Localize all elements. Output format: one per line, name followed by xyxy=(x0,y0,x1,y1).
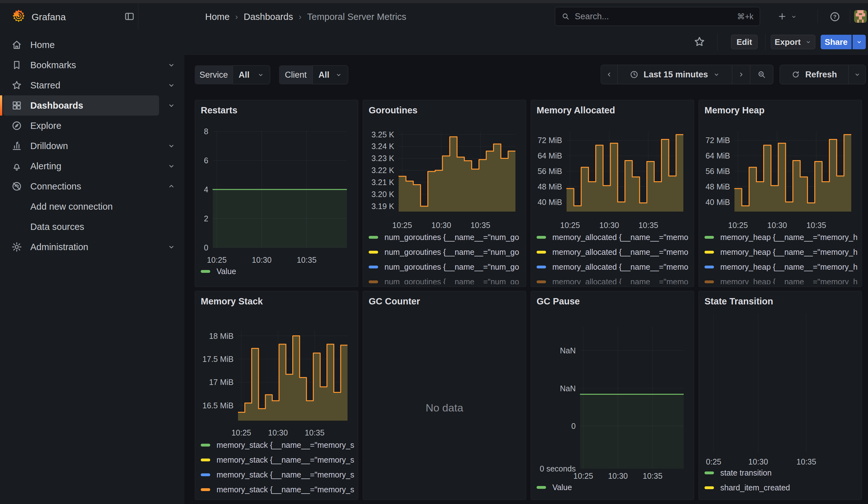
sidebar-item-alerting[interactable]: Alerting xyxy=(0,156,184,176)
legend-swatch xyxy=(369,236,378,239)
time-forward-button[interactable] xyxy=(732,65,750,84)
time-range-label: Last 15 minutes xyxy=(643,70,708,80)
svg-text:56 MiB: 56 MiB xyxy=(538,167,562,176)
svg-text:10:35: 10:35 xyxy=(639,221,659,229)
legend-item[interactable]: memory_heap {__name__="memory_h xyxy=(701,245,860,260)
sidebar-item-dashboards[interactable]: Dashboards xyxy=(0,95,184,116)
chevron-down-icon[interactable] xyxy=(167,61,175,69)
legend-label: state transition xyxy=(720,468,772,477)
legend-item[interactable]: shard_item_created xyxy=(701,480,860,495)
legend-label: num_goroutines {__name__="num_go xyxy=(384,277,519,284)
svg-text:10:25: 10:25 xyxy=(392,221,412,229)
sidebar-item-data-sources[interactable]: Data sources xyxy=(0,217,184,237)
time-range-picker[interactable]: Last 15 minutes xyxy=(617,65,732,84)
sidebar-toggle-icon[interactable] xyxy=(124,11,135,22)
legend-item[interactable]: num_goroutines {__name__="num_go xyxy=(365,260,524,275)
legend-label: Value xyxy=(217,267,236,276)
refresh-button[interactable]: Refresh xyxy=(779,65,849,84)
legend-item[interactable]: memory_allocated {__name__="memo xyxy=(533,230,692,245)
share-button[interactable]: Share xyxy=(821,35,851,49)
legend-item[interactable]: memory_allocated {__name__="memo xyxy=(533,260,692,275)
avatar[interactable] xyxy=(854,10,867,23)
client-filter-value[interactable]: All xyxy=(312,65,348,84)
sidebar-item-explore[interactable]: Explore xyxy=(0,116,184,136)
service-filter-value[interactable]: All xyxy=(232,65,270,84)
sidebar-item-connections[interactable]: Connections xyxy=(0,176,184,196)
legend-label: memory_heap {__name__="memory_h xyxy=(720,263,858,271)
help-icon[interactable]: ? xyxy=(829,11,840,22)
header-divider xyxy=(850,10,850,23)
breadcrumb-home[interactable]: Home xyxy=(205,12,229,22)
chevron-down-icon[interactable] xyxy=(167,81,175,89)
sidebar-item-add-new-connection[interactable]: Add new connection xyxy=(0,196,184,217)
legend-item[interactable]: memory_stack {__name__="memory_s xyxy=(197,467,356,482)
svg-text:16.5 MiB: 16.5 MiB xyxy=(202,401,234,410)
sidebar-item-bookmarks[interactable]: Bookmarks xyxy=(0,55,184,75)
legend-item[interactable]: memory_stack {__name__="memory_s xyxy=(197,482,356,497)
legend-item[interactable]: memory_heap {__name__="memory_h xyxy=(701,275,860,284)
chevron-down-icon[interactable] xyxy=(167,162,175,170)
legend-item[interactable]: memory_heap {__name__="memory_h xyxy=(701,260,860,275)
panel-legend: num_goroutines {__name__="num_gonum_goro… xyxy=(365,230,524,284)
legend-swatch xyxy=(537,486,546,489)
add-button[interactable] xyxy=(777,11,787,21)
svg-text:6: 6 xyxy=(204,156,208,165)
refresh-interval-chevron[interactable] xyxy=(848,65,866,84)
edit-button[interactable]: Edit xyxy=(731,35,757,49)
sidebar-item-starred[interactable]: Starred xyxy=(0,75,184,95)
panel-memory-heap[interactable]: Memory Heap 10:2510:3010:3540 MiB48 MiB5… xyxy=(699,100,862,287)
chevron-down-icon[interactable] xyxy=(167,243,175,251)
svg-text:10:30: 10:30 xyxy=(767,221,787,229)
panel-goroutines[interactable]: Goroutines 10:2510:3010:353.19 K3.20 K3.… xyxy=(363,100,526,287)
legend-item[interactable]: num_goroutines {__name__="num_go xyxy=(365,230,524,245)
chevron-down-icon[interactable] xyxy=(167,142,175,150)
legend-item[interactable]: memory_heap {__name__="memory_h xyxy=(701,230,860,245)
svg-text:0 seconds: 0 seconds xyxy=(540,464,576,473)
panel-gc-pause[interactable]: GC Pause 10:2510:3010:35NaNNaN00 seconds… xyxy=(530,291,694,500)
chevron-up-icon[interactable] xyxy=(167,182,175,191)
svg-text:10:30: 10:30 xyxy=(748,457,768,466)
panel-legend: Value xyxy=(197,264,356,280)
panel-memory-allocated[interactable]: Memory Allocated 10:2510:3010:3540 MiB48… xyxy=(530,100,694,287)
svg-text:3.19 K: 3.19 K xyxy=(372,202,394,210)
zoom-out-button[interactable] xyxy=(750,65,773,84)
search-box[interactable]: ⌘+k xyxy=(555,7,760,26)
export-button[interactable]: Export xyxy=(771,35,815,49)
sidebar-item-administration[interactable]: Administration xyxy=(0,237,184,257)
legend-swatch xyxy=(201,488,210,491)
legend-swatch xyxy=(537,236,546,239)
legend-swatch xyxy=(704,486,714,489)
panel-state-transition[interactable]: State Transition 0:2510:3010:35 state tr… xyxy=(699,291,862,500)
legend-item[interactable]: num_goroutines {__name__="num_go xyxy=(365,275,524,284)
legend-item[interactable]: num_goroutines {__name__="num_go xyxy=(365,245,524,260)
svg-text:10:25: 10:25 xyxy=(574,472,593,480)
svg-text:2: 2 xyxy=(204,214,208,223)
legend-item[interactable]: memory_stack {__name__="memory_s xyxy=(197,453,356,467)
legend-item[interactable]: state transition xyxy=(701,465,860,480)
add-chevron-down-icon[interactable] xyxy=(790,13,797,20)
sidebar-item-home[interactable]: Home xyxy=(0,35,184,55)
chevron-down-icon[interactable] xyxy=(167,101,175,110)
time-back-button[interactable] xyxy=(601,65,618,84)
favorite-star-icon[interactable] xyxy=(693,35,706,48)
breadcrumb-dashboards[interactable]: Dashboards xyxy=(244,12,293,22)
legend-label: memory_stack {__name__="memory_s xyxy=(217,441,354,450)
legend-item[interactable]: memory_stack {__name__="memory_s xyxy=(197,438,356,453)
panel-restarts[interactable]: Restarts 10:2510:3010:3502468 Value xyxy=(195,100,358,287)
search-input[interactable] xyxy=(574,11,737,22)
legend-item[interactable]: Value xyxy=(197,264,356,279)
sidebar-item-drilldown[interactable]: Drilldown xyxy=(0,136,184,156)
restarts-chart: 10:2510:3010:3502468 xyxy=(195,101,358,287)
search-shortcut: ⌘+k xyxy=(737,12,753,21)
panel-legend: state transitionshard_item_created xyxy=(701,465,860,497)
share-chevron-button[interactable] xyxy=(852,35,866,49)
legend-item[interactable]: memory_allocated {__name__="memo xyxy=(533,275,692,284)
grafana-logo xyxy=(11,9,26,23)
legend-item[interactable]: Value xyxy=(533,480,692,495)
panel-gc-counter[interactable]: GC Counter No data xyxy=(363,291,526,500)
svg-text:0: 0 xyxy=(204,243,208,252)
gc-pause-chart: 10:2510:3010:35NaNNaN00 seconds xyxy=(531,291,694,500)
sidebar-item-label: Connections xyxy=(30,181,81,192)
panel-memory-stack[interactable]: Memory Stack 10:2510:3010:3516.5 MiB17 M… xyxy=(195,291,358,500)
legend-item[interactable]: memory_allocated {__name__="memo xyxy=(533,245,692,260)
